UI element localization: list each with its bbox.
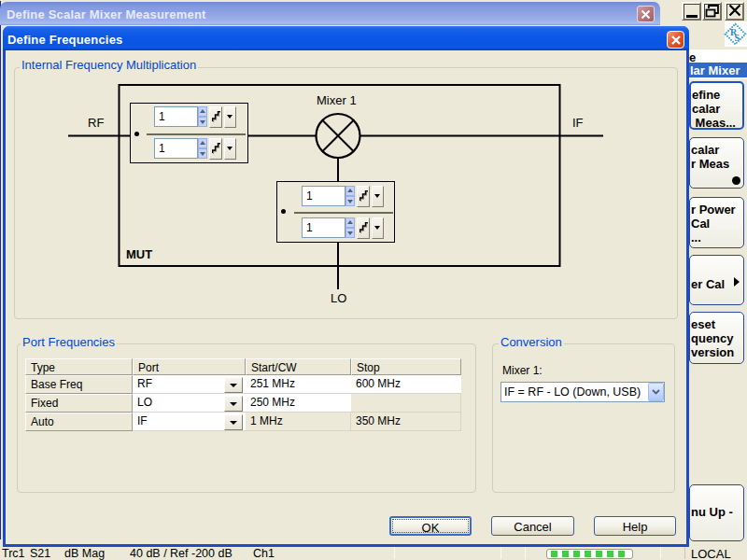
svg-text:S: S: [735, 33, 740, 43]
